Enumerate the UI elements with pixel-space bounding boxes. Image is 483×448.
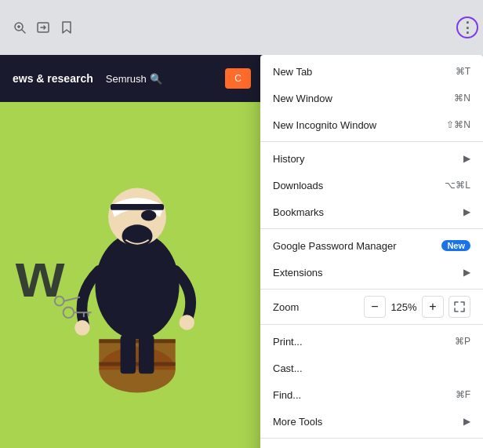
svg-point-11 <box>180 315 194 330</box>
menu-item-more-tools-label: More Tools <box>273 416 457 428</box>
svg-rect-21 <box>99 362 175 366</box>
divider-2 <box>260 228 483 229</box>
menu-item-find-label: Find... <box>273 389 449 401</box>
menu-item-new-incognito[interactable]: New Incognito Window ⇧⌘N <box>260 111 483 138</box>
svg-point-5 <box>95 232 179 339</box>
zoom-minus-button[interactable]: − <box>364 296 386 318</box>
menu-item-find[interactable]: Find... ⌘F <box>260 381 483 408</box>
menu-item-new-tab[interactable]: New Tab ⌘T <box>260 58 483 85</box>
menu-item-new-window-shortcut: ⌘N <box>454 93 470 104</box>
svg-point-16 <box>55 297 64 306</box>
menu-item-new-window-label: New Window <box>273 93 448 104</box>
three-dots-button[interactable]: ⋮ <box>456 16 478 38</box>
semrush-search-icon: 🔍 <box>150 73 162 85</box>
svg-rect-22 <box>121 336 136 374</box>
menu-item-new-window[interactable]: New Window ⌘N <box>260 85 483 111</box>
dark-header: ews & research Semrush 🔍 C <box>0 55 263 102</box>
menu-item-history-label: History <box>273 153 457 165</box>
zoom-row: Zoom − 125% + <box>260 293 483 321</box>
menu-item-downloads-label: Downloads <box>273 180 438 191</box>
dropdown-menu: New Tab ⌘T New Window ⌘N New Incognito W… <box>260 55 483 448</box>
fullscreen-icon <box>454 301 465 312</box>
semrush-badge: Semrush 🔍 <box>106 73 162 85</box>
bookmark-icon[interactable] <box>60 20 74 35</box>
divider-1 <box>260 141 483 142</box>
zoom-value: 125% <box>389 301 419 313</box>
svg-rect-20 <box>99 339 175 343</box>
menu-item-history[interactable]: History ▶ <box>260 145 483 172</box>
menu-item-more-tools[interactable]: More Tools ▶ <box>260 408 483 435</box>
svg-point-12 <box>64 307 74 318</box>
svg-point-8 <box>141 210 156 221</box>
more-tools-arrow-icon: ▶ <box>463 416 470 427</box>
share-icon[interactable] <box>36 20 50 35</box>
three-dots-icon: ⋮ <box>460 20 474 35</box>
pirate-illustration <box>47 118 227 408</box>
new-badge: New <box>441 240 470 251</box>
menu-item-print-shortcut: ⌘P <box>455 336 470 347</box>
zoom-icon[interactable] <box>13 20 27 35</box>
svg-line-1 <box>22 30 25 33</box>
edit-row: Edit Cut Copy Paste <box>260 442 483 448</box>
svg-point-10 <box>74 320 89 335</box>
fullscreen-button[interactable] <box>448 296 470 318</box>
menu-item-cast-label: Cast... <box>273 362 470 374</box>
menu-item-bookmarks[interactable]: Bookmarks ▶ <box>260 199 483 225</box>
menu-item-new-tab-label: New Tab <box>273 66 449 78</box>
green-section: w <box>0 102 263 448</box>
zoom-label: Zoom <box>273 301 364 313</box>
toolbar-icons <box>13 20 74 35</box>
divider-4 <box>260 324 483 325</box>
menu-item-new-incognito-label: New Incognito Window <box>273 119 440 131</box>
semrush-text: Semrush <box>106 73 147 85</box>
menu-item-print[interactable]: Print... ⌘P <box>260 328 483 355</box>
zoom-plus-button[interactable]: + <box>422 296 444 318</box>
unlimited-button[interactable]: C <box>225 68 251 89</box>
menu-item-bookmarks-label: Bookmarks <box>273 206 457 218</box>
menu-item-cast[interactable]: Cast... <box>260 355 483 381</box>
menu-item-print-label: Print... <box>273 336 448 348</box>
menu-item-extensions-label: Extensions <box>273 267 457 279</box>
svg-rect-23 <box>139 336 154 374</box>
svg-rect-7 <box>111 204 164 210</box>
menu-item-password-manager[interactable]: Google Password Manager New <box>260 232 483 259</box>
divider-5 <box>260 438 483 439</box>
menu-item-new-tab-shortcut: ⌘T <box>456 66 470 77</box>
menu-item-new-incognito-shortcut: ⇧⌘N <box>446 119 470 130</box>
menu-item-password-manager-label: Google Password Manager <box>273 240 435 252</box>
menu-item-find-shortcut: ⌘F <box>456 389 470 400</box>
menu-item-downloads-shortcut: ⌥⌘L <box>445 180 470 191</box>
bookmarks-arrow-icon: ▶ <box>463 206 470 217</box>
browser-chrome: ⋮ <box>0 0 483 55</box>
news-research-text: ews & research <box>13 72 93 86</box>
menu-item-downloads[interactable]: Downloads ⌥⌘L <box>260 172 483 199</box>
history-arrow-icon: ▶ <box>463 153 470 164</box>
page-inner: ews & research Semrush 🔍 C w <box>0 55 263 448</box>
extensions-arrow-icon: ▶ <box>463 267 470 278</box>
zoom-controls: − 125% + <box>364 296 444 318</box>
page-content: ews & research Semrush 🔍 C w <box>0 55 483 448</box>
menu-item-extensions[interactable]: Extensions ▶ <box>260 259 483 286</box>
divider-3 <box>260 289 483 290</box>
